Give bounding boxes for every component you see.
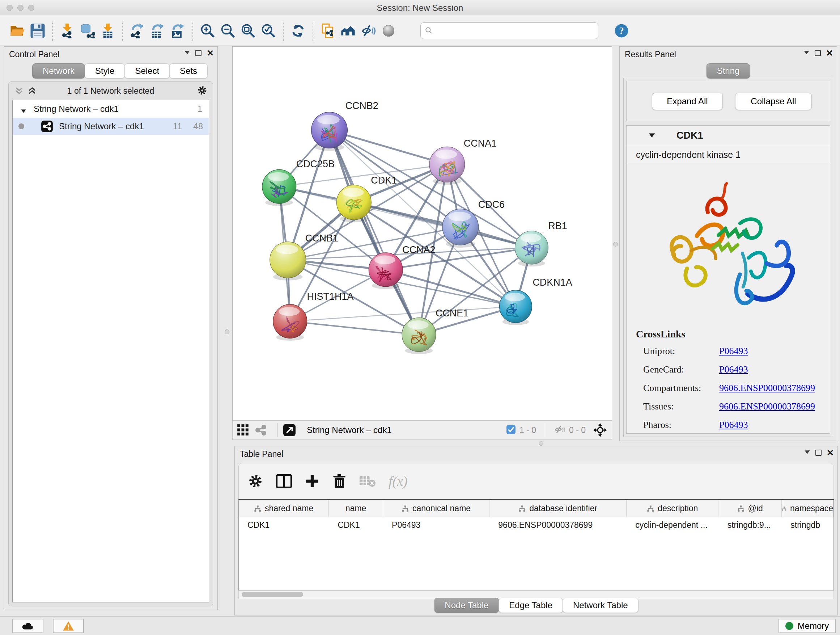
left-splitter-handle[interactable] <box>225 329 229 334</box>
column-header--id[interactable]: @id <box>718 500 782 517</box>
network-node-CDC25B[interactable] <box>262 169 296 206</box>
tab-sets[interactable]: Sets <box>169 63 208 79</box>
network-node-HIST1H1A[interactable] <box>273 304 307 340</box>
show-graphics-details-icon <box>381 23 396 38</box>
collapse-section-icon[interactable] <box>648 133 655 139</box>
fit-crosshair-button[interactable] <box>593 423 607 437</box>
column-header-description[interactable]: description <box>627 500 718 517</box>
network-collection-row[interactable]: String Network – cdk1 1 <box>13 100 209 118</box>
column-header-canonical-name[interactable]: canonical name <box>383 500 489 517</box>
import-network-from-database-button[interactable] <box>77 19 98 42</box>
network-share-button[interactable] <box>254 424 267 437</box>
right-splitter-handle[interactable] <box>613 242 618 247</box>
close-panel-icon[interactable]: ✕ <box>827 450 834 456</box>
tab-network[interactable]: Network <box>32 63 85 79</box>
warning-button[interactable] <box>53 619 84 633</box>
close-panel-icon[interactable]: ✕ <box>826 50 833 56</box>
import-table-from-file-button[interactable] <box>98 19 118 42</box>
help-icon: ? <box>614 23 629 38</box>
memory-button[interactable]: Memory <box>778 619 836 633</box>
collapse-all-button[interactable]: Collapse All <box>735 93 812 110</box>
delete-table-button-disabled[interactable] <box>359 475 376 488</box>
crosslink-link[interactable]: P06493 <box>719 420 748 431</box>
zoom-in-button[interactable] <box>197 19 218 42</box>
tab-string[interactable]: String <box>706 63 750 79</box>
birdseye-grid-button[interactable] <box>237 424 249 436</box>
hide-selected-button[interactable] <box>358 19 378 42</box>
table-options-gear-button[interactable] <box>248 473 264 489</box>
memory-label: Memory <box>798 621 829 631</box>
window-titlebar: Session: New Session <box>0 0 840 15</box>
network-node-CCNE1[interactable] <box>402 318 436 354</box>
show-graphics-details-button[interactable] <box>378 19 399 42</box>
show-columns-button[interactable] <box>276 474 292 488</box>
tab-edge-table[interactable]: Edge Table <box>499 598 563 613</box>
network-node-CDK1[interactable] <box>336 185 371 222</box>
apply-preferred-layout-icon <box>291 23 306 38</box>
crosslink-link[interactable]: P06493 <box>719 346 748 356</box>
cloud-button[interactable] <box>12 619 43 633</box>
float-panel-icon[interactable] <box>815 50 821 56</box>
column-header-namespace[interactable]: namespace <box>782 500 834 517</box>
column-header-database-identifier[interactable]: database identifier <box>489 500 627 517</box>
export-network-button[interactable] <box>127 19 148 42</box>
expand-all-button[interactable]: Expand All <box>652 93 723 110</box>
float-panel-icon[interactable] <box>195 50 202 56</box>
svg-text:?: ? <box>619 26 624 36</box>
horizontal-splitter-handle[interactable] <box>538 441 543 446</box>
export-table-button[interactable] <box>148 19 168 42</box>
zoom-fit-button[interactable] <box>238 19 258 42</box>
network-node-CCNA2[interactable] <box>369 253 403 289</box>
open-session-button[interactable] <box>7 19 27 42</box>
crosslink-link[interactable]: 9606.ENSP00000378699 <box>719 401 815 412</box>
table-panel: Table Panel ✕ f(x) shared namenamecanoni… <box>234 446 838 616</box>
hidden-eye-icon[interactable] <box>554 424 565 436</box>
first-neighbors-button[interactable] <box>338 19 358 42</box>
zoom-selected-button[interactable] <box>258 19 279 42</box>
collapse-node-icon[interactable] <box>21 105 27 116</box>
column-header-shared-name[interactable]: shared name <box>239 500 329 517</box>
selected-checkbox-icon[interactable] <box>506 424 516 436</box>
network-selection-status: 1 of 1 Network selected <box>9 86 213 96</box>
table-header-row: shared namenamecanonical namedatabase id… <box>239 500 834 517</box>
close-panel-icon[interactable]: ✕ <box>207 50 214 56</box>
tab-network-table[interactable]: Network Table <box>562 598 638 613</box>
apply-preferred-layout-button[interactable] <box>288 19 308 42</box>
export-image-button[interactable] <box>168 19 188 42</box>
function-builder-fx[interactable]: f(x) <box>388 473 408 489</box>
help-button[interactable]: ? <box>611 19 632 42</box>
network-node-CCNB1[interactable] <box>270 242 306 280</box>
column-header-name[interactable]: name <box>329 500 383 517</box>
crosslink-label: Uniprot: <box>643 346 719 356</box>
panel-menu-icon[interactable] <box>804 50 810 56</box>
float-panel-icon[interactable] <box>815 450 821 456</box>
panel-menu-icon[interactable] <box>184 50 190 56</box>
zoom-out-button[interactable] <box>218 19 238 42</box>
delete-column-trash-button[interactable] <box>332 473 347 489</box>
network-node-RB1[interactable] <box>515 231 548 266</box>
scrollbar-thumb[interactable] <box>242 592 303 597</box>
search-input[interactable] <box>420 22 598 39</box>
network-options-gear-icon[interactable] <box>197 85 208 97</box>
network-edge-CDKN1A-HIST1H1A[interactable] <box>290 307 516 321</box>
new-network-from-selection-button[interactable] <box>317 19 338 42</box>
collection-count: 1 <box>197 104 202 114</box>
network-svg[interactable]: CCNB2CCNA1CDC25BCDK1CDC6RB1CCNB1CCNA2CDK… <box>233 47 612 420</box>
table-row[interactable]: CDK1CDK1P064939606.ENSP00000378699cyclin… <box>239 517 834 533</box>
tab-style[interactable]: Style <box>85 63 125 79</box>
network-node-CDKN1A[interactable] <box>500 290 532 325</box>
network-row-selected[interactable]: String Network – cdk1 11 48 <box>13 118 209 135</box>
crosslink-link[interactable]: 9606.ENSP00000378699 <box>719 383 815 394</box>
tab-node-table[interactable]: Node Table <box>434 598 499 613</box>
network-canvas[interactable]: CCNB2CCNA1CDC25BCDK1CDC6RB1CCNB1CCNA2CDK… <box>232 46 612 420</box>
crosslink-row: Pharos:P06493 <box>643 420 815 431</box>
save-session-button[interactable] <box>27 19 48 42</box>
tab-select[interactable]: Select <box>125 63 170 79</box>
crosslink-link[interactable]: P06493 <box>719 364 748 375</box>
panel-menu-icon[interactable] <box>804 449 810 456</box>
network-node-CCNA1[interactable] <box>429 147 465 185</box>
open-in-window-button[interactable] <box>283 424 296 437</box>
create-column-button[interactable] <box>305 473 320 489</box>
import-network-from-file-button[interactable] <box>57 19 77 42</box>
network-edge-CCNB2-CCNE1[interactable] <box>329 130 419 335</box>
